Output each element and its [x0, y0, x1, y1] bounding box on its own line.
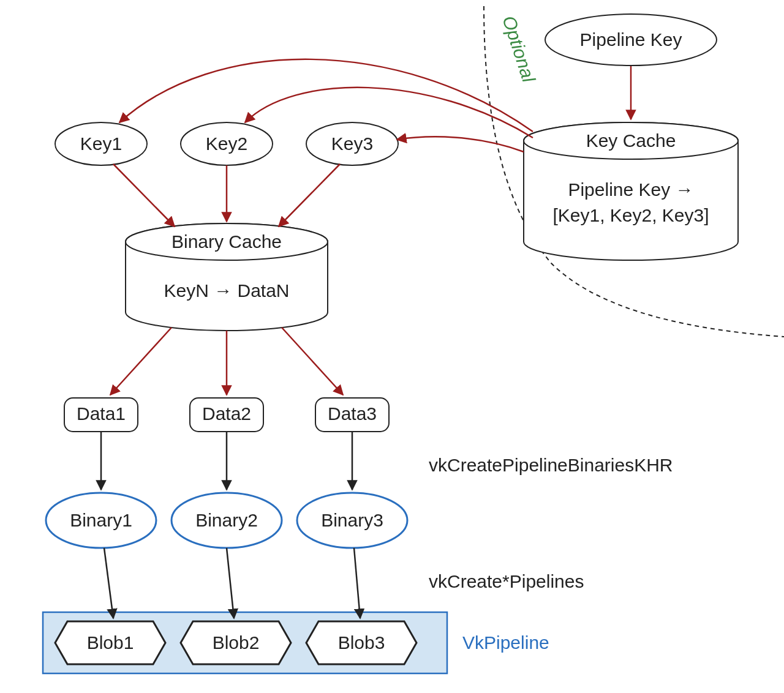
- key-cache-node: Key Cache Pipeline Key → [Key1, Key2, Ke…: [524, 122, 738, 260]
- blob2-text: Blob2: [213, 632, 260, 653]
- binary-cache-line1: KeyN → DataN: [164, 280, 289, 301]
- binary3-text: Binary3: [321, 510, 383, 530]
- key-cache-title: Key Cache: [586, 130, 676, 151]
- blob3-node: Blob3: [306, 621, 417, 664]
- arrow-keycache-key3: [397, 137, 524, 152]
- vkpipeline-label: VkPipeline: [462, 632, 549, 653]
- key-cache-line1: Pipeline Key →: [568, 179, 693, 200]
- data3-text: Data3: [328, 403, 377, 424]
- diagram-canvas: Optional Pipeline Key Key Cache Pipeline…: [0, 0, 784, 693]
- blob2-node: Blob2: [181, 621, 291, 664]
- binary-cache-title: Binary Cache: [172, 231, 282, 252]
- blob1-node: Blob1: [55, 621, 165, 664]
- binary1-text: Binary1: [70, 510, 132, 530]
- binary-cache-node: Binary Cache KeyN → DataN: [126, 223, 328, 331]
- arrow-bincache-data1: [110, 328, 172, 395]
- pipeline-key-text: Pipeline Key: [580, 29, 682, 50]
- create-pipelines-label: vkCreate*Pipelines: [429, 571, 584, 591]
- optional-label: Optional: [499, 13, 539, 86]
- blob1-text: Blob1: [87, 632, 134, 653]
- arrow-key3-bincache: [279, 164, 340, 227]
- key2-text: Key2: [206, 133, 247, 154]
- arrow-binary2-blob2: [227, 548, 234, 618]
- key1-text: Key1: [80, 133, 122, 154]
- arrow-key1-bincache: [113, 164, 175, 227]
- data2-text: Data2: [202, 403, 251, 424]
- key-cache-line2: [Key1, Key2, Key3]: [552, 205, 709, 225]
- create-binaries-label: vkCreatePipelineBinariesKHR: [429, 455, 673, 475]
- key3-text: Key3: [331, 133, 373, 154]
- data1-text: Data1: [77, 403, 126, 424]
- arrow-keycache-key1: [119, 59, 533, 132]
- binary2-text: Binary2: [195, 510, 258, 530]
- arrow-keycache-key2: [245, 88, 533, 138]
- arrow-binary3-blob3: [354, 548, 360, 618]
- blob3-text: Blob3: [338, 632, 385, 653]
- arrow-bincache-data3: [282, 328, 343, 395]
- arrow-binary1-blob1: [104, 548, 113, 618]
